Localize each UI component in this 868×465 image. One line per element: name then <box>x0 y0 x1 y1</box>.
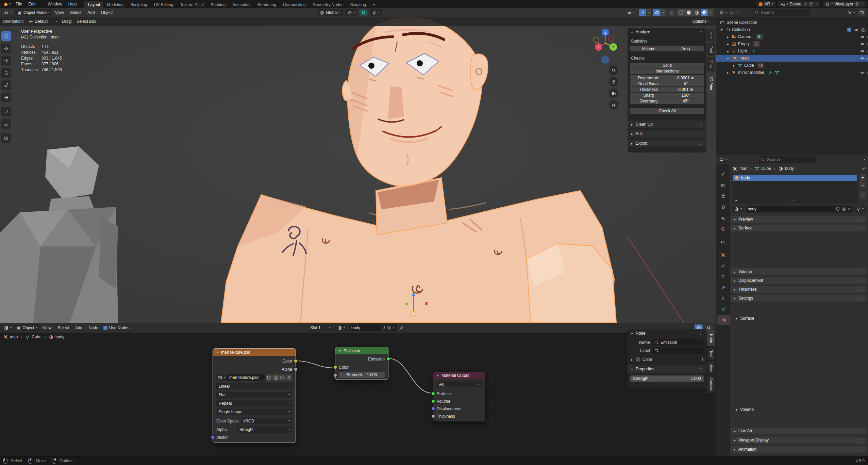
shader-tab-options[interactable]: Options <box>707 375 715 393</box>
line-art-panel-header[interactable]: ▸Line Art:::: <box>731 428 866 434</box>
material-browse-button[interactable]: ▾ <box>335 324 347 331</box>
material-name-field[interactable]: body × <box>349 324 397 331</box>
export-panel-header[interactable]: ▸Export:::: <box>628 140 706 147</box>
use-nodes-checkbox[interactable]: ✓ <box>103 326 107 330</box>
menu-file[interactable]: File <box>13 0 25 8</box>
navigation-gizmo[interactable]: Z X Y <box>588 27 622 65</box>
orientation-dropdown[interactable]: Default▾ <box>26 18 60 25</box>
snap-toggle[interactable] <box>360 9 368 16</box>
outliner-filter-button[interactable]: ▾ <box>847 9 856 16</box>
tab-geometry-nodes[interactable]: Geometry Nodes <box>309 1 347 8</box>
hide-icon[interactable] <box>854 28 858 32</box>
node-canvas[interactable]: man › Cube › body ▾man texture.psd Color… <box>0 333 716 456</box>
visibility-dropdown[interactable]: ▾ <box>625 9 637 16</box>
pin-icon[interactable] <box>862 166 866 171</box>
shader-tab-node[interactable]: Node <box>707 331 715 346</box>
unlink-icon[interactable]: × <box>393 325 395 330</box>
row-mirror-modifier[interactable]: ▸ mirror modifier <box>716 69 868 76</box>
viewport-display-panel-header[interactable]: ▸Viewport Display:::: <box>731 437 866 444</box>
tab-tool[interactable] <box>718 169 728 178</box>
viewport-menu-select[interactable]: Select <box>67 8 84 17</box>
sharp-check-button[interactable]: Sharp <box>630 93 667 98</box>
shading-dropdown[interactable]: ▾ <box>708 9 713 16</box>
remove-slot-button[interactable]: − <box>859 182 866 188</box>
row-empty[interactable]: ▸ Empty <box>716 41 868 47</box>
color-presets-icon[interactable]: ⫼ <box>701 357 704 362</box>
material-badge[interactable] <box>757 63 764 68</box>
shader-tab-view[interactable]: View <box>707 361 715 374</box>
tab-output[interactable] <box>718 191 728 201</box>
menu-render[interactable] <box>38 0 45 8</box>
hide-icon[interactable] <box>860 56 865 61</box>
tool-rotate[interactable] <box>1 68 11 78</box>
tab-shading[interactable]: Shading <box>207 1 229 8</box>
nonplanar-value[interactable]: 5° <box>667 81 704 86</box>
unlink-icon[interactable]: × <box>848 207 850 211</box>
node-material-output[interactable]: ▾Material Output All▾ Surface Volume Dis… <box>433 371 485 422</box>
hide-icon[interactable] <box>860 70 865 75</box>
mode-selector[interactable]: Object Mode▾ <box>15 9 52 16</box>
volume-button[interactable]: Volume <box>630 46 667 51</box>
shader-menu-select[interactable]: Select <box>55 323 72 333</box>
settings-surface-subheader[interactable]: ▾Surface <box>735 316 754 321</box>
check-all-button[interactable]: Check All <box>630 108 704 114</box>
active-tool-chip[interactable]: AR▾ <box>756 1 775 7</box>
tab-scripting[interactable]: Scripting <box>347 1 369 8</box>
row-collection[interactable]: ▾ Collection ✓ <box>716 26 868 33</box>
npanel-tab-item[interactable]: Item <box>707 29 715 42</box>
panel-grip[interactable]: :::: <box>699 30 704 34</box>
tab-sculpting[interactable]: Sculpting <box>127 1 150 8</box>
npanel-tab-tool[interactable]: Tool <box>707 43 715 56</box>
thickness-panel-header[interactable]: ▸Thickness:::: <box>731 286 866 293</box>
node-image-texture[interactable]: ▾man texture.psd Color Alpha ▾ man textu… <box>213 348 296 443</box>
tab-compositing[interactable]: Compositing <box>280 1 309 8</box>
npanel-tab-3d-print[interactable]: 3D Print <box>707 73 715 94</box>
shader-menu-view[interactable]: View <box>40 323 55 333</box>
overlays-dropdown[interactable]: ▾ <box>661 9 666 16</box>
displacement-panel-header[interactable]: ▸Displacement:::: <box>731 277 866 284</box>
thickness-value[interactable]: 0.001 m <box>667 87 704 92</box>
surface-panel-header[interactable]: ▾Surface:::: <box>731 225 866 231</box>
row-scene-collection[interactable]: Scene Collection <box>716 19 868 26</box>
tab-scene[interactable] <box>718 213 728 223</box>
preview-panel-header[interactable]: ▸Preview:::: <box>731 216 866 223</box>
proportional-editing-selector[interactable]: ▾ <box>370 9 382 16</box>
overhang-check-button[interactable]: Overhang <box>630 98 667 104</box>
socket-thickness-input[interactable] <box>431 414 435 418</box>
shading-wireframe-button[interactable] <box>677 9 685 16</box>
unlink-button[interactable]: × <box>286 374 292 381</box>
editor-type-button[interactable]: ▾ <box>719 156 728 163</box>
tab-uv-editing[interactable]: UV Editing <box>151 1 177 8</box>
tool-transform[interactable] <box>1 93 11 102</box>
shading-solid-button[interactable] <box>685 9 692 16</box>
blender-logo-icon[interactable]: ▾ <box>0 0 13 8</box>
slot-selector[interactable]: Slot 1▾ <box>308 324 333 331</box>
tab-texture-paint[interactable]: Texture Paint <box>177 1 207 8</box>
gizmo-dropdown[interactable]: ▾ <box>647 9 651 16</box>
copy-icon[interactable] <box>855 2 859 6</box>
light-data-badge[interactable] <box>750 48 757 54</box>
outliner-filter-mode[interactable]: ▾ <box>730 9 738 16</box>
volume-panel-header[interactable]: ▸Volume:::: <box>731 268 866 275</box>
shader-tab-tool[interactable]: Tool <box>707 348 715 360</box>
socket-surface-input[interactable] <box>431 392 435 396</box>
close-icon[interactable]: × <box>861 2 864 6</box>
drag-dropdown[interactable]: Select Box▾ <box>74 18 107 25</box>
tool-move[interactable] <box>1 56 11 65</box>
tab-particles[interactable] <box>718 272 728 281</box>
node-emission[interactable]: ▾Emission Emission Color Strength1.000 <box>335 347 388 380</box>
tab-object[interactable] <box>718 250 728 259</box>
properties-search-input[interactable] <box>759 156 816 163</box>
copy-icon[interactable] <box>809 2 814 6</box>
tab-modeling[interactable]: Modeling <box>103 1 127 8</box>
slot-specials-button[interactable]: ▾ <box>859 192 866 198</box>
node-strength-slider[interactable]: Strength1.000 <box>630 375 704 382</box>
tab-constraints[interactable] <box>718 293 728 303</box>
breadcrumb-material[interactable]: body <box>785 166 794 171</box>
add-slot-button[interactable]: + <box>859 174 866 181</box>
add-workspace-button[interactable]: + <box>369 1 379 8</box>
tab-render[interactable] <box>718 180 728 190</box>
properties-options-icon[interactable]: ▾ <box>864 158 865 161</box>
list-resize-grip[interactable]: :::: <box>790 199 796 203</box>
render-visibility-icon[interactable] <box>861 28 866 32</box>
